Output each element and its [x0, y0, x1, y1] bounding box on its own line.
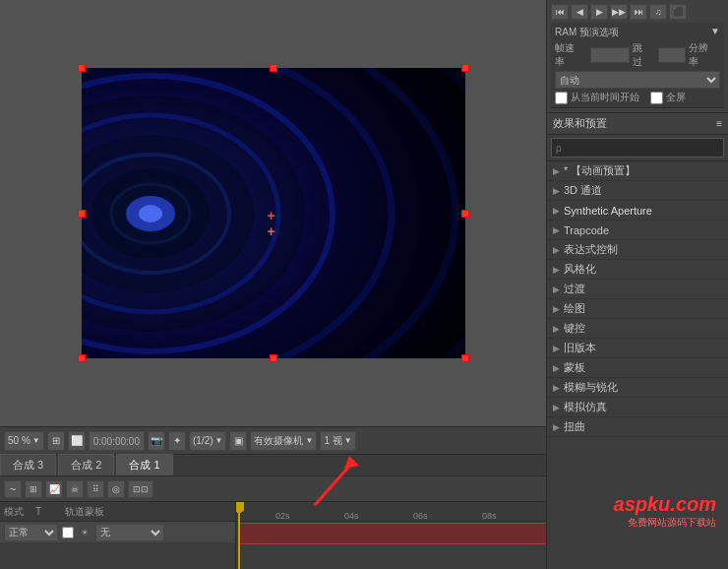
timeline-graph-icon[interactable]: 📈 — [45, 480, 63, 498]
watermark-main: aspku.com — [614, 493, 716, 515]
handle-mid-left[interactable] — [78, 210, 86, 218]
center-area: + 50 % ▼ ⊞ ⬜ 0:00:00:00 📷 ✦ — [0, 0, 546, 569]
handle-top-left[interactable] — [78, 64, 86, 72]
play-back-btn[interactable]: ◀ — [571, 4, 588, 20]
timeline-grid-icon[interactable]: ⊞ — [25, 480, 42, 498]
ram-section: RAM 预演选项 ▼ 帧速率 25 跳过 0 分辨率 自动 从 — [551, 23, 724, 108]
timeline-layer-1: 正常 ☀ 无 — [0, 522, 235, 543]
canvas-toolbar: 50 % ▼ ⊞ ⬜ 0:00:00:00 📷 ✦ (1/2) ▼ ▣ — [0, 426, 546, 454]
effects-item-legacy[interactable]: ▶ 旧版本 — [547, 339, 728, 358]
layer-sun-icon: ☀ — [78, 526, 91, 539]
timeline-skull-icon[interactable]: ☠ — [66, 480, 84, 498]
prev-frame-btn[interactable]: ⏮ — [551, 4, 569, 20]
tab-row: 合成 3 合成 2 合成 1 — [0, 454, 546, 475]
svg-marker-14 — [344, 456, 359, 469]
canvas-area: + — [0, 0, 546, 426]
effects-item-expression[interactable]: ▶ 表达式控制 — [547, 240, 728, 260]
resolution-select[interactable]: (1/2) ▼ — [189, 431, 226, 451]
tab-comp3[interactable]: 合成 3 — [0, 454, 56, 475]
arrow-icon: ▶ — [553, 344, 560, 353]
effects-header: 效果和预置 ≡ — [547, 113, 728, 135]
arrow-icon: ▶ — [553, 304, 560, 314]
timeline-content: 模式 T 轨道蒙板 正常 ☀ 无 — [0, 502, 546, 569]
effects-item-mask[interactable]: ▶ 蒙板 — [547, 358, 728, 378]
arrow-icon: ▶ — [553, 186, 560, 196]
effects-item-animation[interactable]: ▶ * 【动画预置】 — [547, 161, 728, 181]
play-btn[interactable]: ▶ — [590, 4, 608, 20]
layer-checkbox[interactable] — [62, 527, 74, 538]
next-frame-btn[interactable]: ⏭ — [630, 4, 647, 20]
crosshair: + — [268, 208, 279, 220]
tab-comp2[interactable]: 合成 2 — [58, 454, 114, 475]
time-ruler: 02s 04s 06s 08s 10s — [236, 502, 546, 522]
arrow-icon: ▶ — [553, 324, 560, 334]
handle-top-right[interactable] — [461, 64, 469, 72]
timeline-box-icon[interactable]: ⊡⊡ — [128, 480, 153, 498]
play-fwd-btn[interactable]: ▶▶ — [610, 4, 628, 20]
ram-resolution-row: 自动 — [555, 71, 720, 89]
arrow-icon: ▶ — [553, 265, 560, 275]
snapshot-btn[interactable]: 📷 — [148, 431, 165, 451]
effects-item-trapcode[interactable]: ▶ Trapcode — [547, 221, 728, 240]
handle-bottom-left[interactable] — [78, 354, 86, 362]
canvas-wrapper: + — [82, 68, 465, 358]
resolution-dropdown[interactable]: 自动 — [555, 71, 720, 89]
audio-btn[interactable]: ♫ — [649, 4, 667, 20]
red-arrow-annotation — [305, 451, 384, 512]
effects-item-simulation[interactable]: ▶ 模拟仿真 — [547, 398, 728, 417]
zoom-select[interactable]: 50 % ▼ — [4, 431, 44, 451]
effects-item-paint[interactable]: ▶ 绘图 — [547, 299, 728, 319]
timeline-dots-icon[interactable]: ⠿ — [87, 480, 104, 498]
timeline-right: 02s 04s 06s 08s 10s — [236, 502, 546, 569]
arrow-icon: ▶ — [553, 225, 560, 235]
handle-bottom-right[interactable] — [461, 354, 469, 362]
watermark-area: aspku.com 免费网站源码下载站 — [614, 493, 716, 530]
grid-toggle[interactable]: ⊞ — [47, 431, 65, 451]
skip-input[interactable]: 0 — [658, 47, 686, 63]
effects-item-distort[interactable]: ▶ 扭曲 — [547, 417, 728, 437]
effects-item-blur[interactable]: ▶ 模糊与锐化 — [547, 378, 728, 398]
layer-bar[interactable] — [238, 523, 546, 544]
layer-none-select[interactable]: 无 — [95, 524, 164, 541]
view-select[interactable]: 1 视 ▼ — [320, 431, 355, 451]
from-current-checkbox[interactable] — [555, 92, 568, 104]
effects-item-synthetic[interactable]: ▶ Synthetic Aperture — [547, 201, 728, 221]
region-btn[interactable]: ▣ — [229, 431, 247, 451]
effects-item-keying[interactable]: ▶ 键控 — [547, 319, 728, 339]
arrow-icon: ▶ — [553, 284, 560, 294]
arrow-icon: ▶ — [553, 422, 560, 432]
frame-rate-input[interactable]: 25 — [590, 47, 630, 63]
ram-title: RAM 预演选项 ▼ — [555, 26, 720, 39]
timeline-toolbar: ~ ⊞ 📈 ☠ ⠿ ◎ ⊡⊡ — [0, 476, 546, 502]
tab-comp1[interactable]: 合成 1 — [116, 454, 172, 475]
layer-mode-select[interactable]: 正常 — [4, 524, 58, 541]
timeline-search-icon[interactable]: ~ — [4, 480, 22, 498]
arrow-icon: ▶ — [553, 166, 560, 176]
output-btn[interactable]: ⬛ — [669, 4, 687, 20]
handle-mid-right[interactable] — [461, 210, 469, 218]
effects-item-3d[interactable]: ▶ 3D 通道 — [547, 181, 728, 201]
safe-frames[interactable]: ⬜ — [68, 431, 86, 451]
timeline-left: 模式 T 轨道蒙板 正常 ☀ 无 — [0, 502, 236, 569]
effects-search-input[interactable] — [551, 138, 724, 158]
effects-menu-icon: ≡ — [716, 118, 722, 129]
handle-mid-bottom[interactable] — [270, 354, 277, 362]
time-indicator[interactable] — [238, 502, 240, 569]
right-panel: ⏮ ◀ ▶ ▶▶ ⏭ ♫ ⬛ RAM 预演选项 ▼ 帧速率 25 跳过 0 — [546, 0, 728, 569]
timeline-circle-icon[interactable]: ◎ — [107, 480, 125, 498]
fullscreen-checkbox[interactable] — [650, 92, 663, 104]
effects-item-transition[interactable]: ▶ 过渡 — [547, 280, 728, 299]
transport-row: ⏮ ◀ ▶ ▶▶ ⏭ ♫ ⬛ — [551, 4, 724, 20]
panel-top: ⏮ ◀ ▶ ▶▶ ⏭ ♫ ⬛ RAM 预演选项 ▼ 帧速率 25 跳过 0 — [547, 0, 728, 113]
camera-select[interactable]: 有效摄像机 ▼ — [250, 431, 317, 451]
time-code: 0:00:00:00 — [89, 431, 145, 451]
effects-item-style[interactable]: ▶ 风格化 — [547, 260, 728, 280]
arrow-icon: ▶ — [553, 245, 560, 255]
arrow-icon: ▶ — [553, 403, 560, 412]
effects-search-row — [547, 135, 728, 161]
handle-mid-top[interactable] — [270, 64, 277, 72]
arrow-icon: ▶ — [553, 206, 560, 216]
timeline-header: 模式 T 轨道蒙板 — [0, 502, 235, 522]
arrow-icon: ▶ — [553, 383, 560, 393]
color-btn[interactable]: ✦ — [168, 431, 186, 451]
